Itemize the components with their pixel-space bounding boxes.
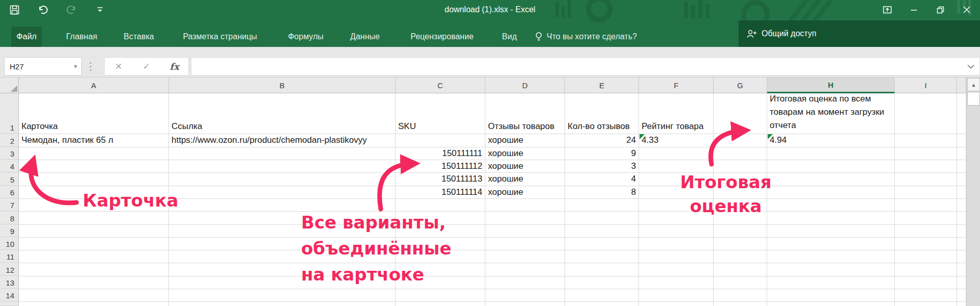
save-button[interactable] <box>0 0 29 19</box>
cell-E4[interactable]: 3 <box>565 160 639 172</box>
row-header-15[interactable] <box>0 301 19 306</box>
cell-H2[interactable]: 4.94 <box>767 134 895 147</box>
row-header-13[interactable]: 13 <box>0 276 19 289</box>
minimize-button[interactable] <box>900 0 927 19</box>
enter-entry-button[interactable]: ✓ <box>136 61 157 72</box>
row-header-11[interactable]: 11 <box>0 250 19 263</box>
formula-input[interactable] <box>191 57 980 75</box>
row-header-12[interactable]: 12 <box>0 263 19 276</box>
cell-C6[interactable]: 150111114 <box>396 186 485 198</box>
row-header-9[interactable]: 9 <box>0 224 19 237</box>
cell-F1[interactable]: Рейтинг товара <box>639 93 714 134</box>
cell-E3[interactable]: 9 <box>565 147 639 160</box>
row-header-8[interactable]: 8 <box>0 211 19 224</box>
gridline-horizontal <box>19 250 966 250</box>
row-header-5[interactable]: 5 <box>0 172 19 186</box>
cell-D1[interactable]: Отзывы товаров <box>485 93 565 134</box>
column-header-partial[interactable] <box>957 78 966 93</box>
cell-D3[interactable]: хорошие <box>485 147 565 160</box>
cell-D6[interactable]: хорошие <box>485 186 565 198</box>
ribbon-tab-4[interactable]: Формулы <box>283 27 329 47</box>
row-header-10[interactable]: 10 <box>0 237 19 250</box>
close-button[interactable] <box>953 0 980 19</box>
gridline-horizontal <box>19 237 966 238</box>
cell-C1[interactable]: SKU <box>396 93 485 134</box>
cell-D4[interactable]: хорошие <box>485 160 565 172</box>
cell-A1[interactable]: Карточка <box>19 93 169 134</box>
gridline-horizontal <box>19 198 966 199</box>
redo-icon <box>66 5 77 14</box>
name-box[interactable]: H27 ▾ <box>4 57 82 75</box>
restore-button[interactable] <box>927 0 953 19</box>
vertical-scrollbar[interactable]: ▲ <box>966 78 980 306</box>
cell-E5[interactable]: 4 <box>565 172 639 186</box>
gridline-horizontal <box>19 263 966 263</box>
gridline-horizontal <box>19 276 966 276</box>
window-title: download (1).xlsx - Excel <box>0 0 980 19</box>
ribbon-tab-2[interactable]: Вставка <box>118 27 159 47</box>
ribbon-tab-6[interactable]: Рецензирование <box>405 27 479 47</box>
name-box-caret-icon[interactable]: ▾ <box>74 63 77 70</box>
customize-quick-access-button[interactable] <box>86 0 114 19</box>
column-header-D[interactable]: D <box>485 78 565 93</box>
minimize-icon <box>911 7 917 13</box>
ribbon-tab-5[interactable]: Данные <box>345 27 385 47</box>
column-header-F[interactable]: F <box>639 78 714 93</box>
cell-E1[interactable]: Кол-во отзывов <box>565 93 639 134</box>
column-header-H[interactable]: H <box>767 78 895 93</box>
save-icon <box>10 5 19 15</box>
gridline-horizontal <box>19 224 966 225</box>
cell-B2[interactable]: https://www.ozon.ru/product/chemodan-pla… <box>169 134 396 147</box>
expand-formula-bar-icon[interactable] <box>967 64 974 69</box>
ribbon-tab-1[interactable]: Главная <box>61 27 103 47</box>
tell-me-box[interactable]: Что вы хотите сделать? <box>535 27 637 47</box>
cell-D2[interactable]: хорошие <box>485 134 565 147</box>
lightbulb-icon <box>535 32 543 42</box>
cell-C3[interactable]: 150111111 <box>396 147 485 160</box>
cell-F2[interactable]: 4.33 <box>639 134 714 147</box>
select-all-corner[interactable] <box>0 78 19 93</box>
cell-E6[interactable]: 8 <box>565 186 639 198</box>
cell-A2[interactable]: Чемодан, пластик 65 л <box>19 134 169 147</box>
insert-function-button[interactable]: fx <box>164 61 185 72</box>
tell-me-label: Что вы хотите сделать? <box>547 32 637 41</box>
formula-bar-separator <box>90 62 91 71</box>
ribbon-display-options-button[interactable] <box>874 0 900 19</box>
title-bar: download (1).xlsx - Excel <box>0 0 980 19</box>
caret-down-icon <box>97 7 103 13</box>
row-header-1[interactable]: 1 <box>0 93 19 134</box>
column-header-A[interactable]: A <box>19 78 169 93</box>
row-header-7[interactable]: 7 <box>0 198 19 211</box>
name-box-value: H27 <box>10 62 24 71</box>
undo-button[interactable] <box>29 0 57 19</box>
column-header-E[interactable]: E <box>565 78 639 93</box>
column-header-B[interactable]: B <box>169 78 396 93</box>
gridline-horizontal <box>19 289 966 289</box>
redo-button[interactable] <box>57 0 86 19</box>
cancel-entry-button[interactable]: ✕ <box>108 61 129 72</box>
ribbon-tab-3[interactable]: Разметка страницы <box>178 27 262 47</box>
worksheet-grid: ABCDEFGHI1234567891011121314КарточкаСсыл… <box>0 78 980 306</box>
cell-H1[interactable]: Итоговая оценка по всем товарам на момен… <box>767 93 895 134</box>
cell-C5[interactable]: 150111113 <box>396 172 485 186</box>
row-header-6[interactable]: 6 <box>0 186 19 198</box>
excel-window: download (1).xlsx - Excel <box>0 0 980 306</box>
scroll-up-button[interactable]: ▲ <box>967 78 980 91</box>
share-button[interactable]: Общий доступ <box>739 20 980 47</box>
cell-E2[interactable]: 24 <box>565 134 639 147</box>
cell-B1[interactable]: Ссылка <box>169 93 396 134</box>
column-header-C[interactable]: C <box>396 78 485 93</box>
column-header-G[interactable]: G <box>714 78 767 93</box>
share-label: Общий доступ <box>762 29 817 38</box>
row-header-14[interactable]: 14 <box>0 289 19 301</box>
row-header-4[interactable]: 4 <box>0 160 19 172</box>
title-and-ribbon-area: download (1).xlsx - Excel <box>0 0 980 47</box>
ribbon-tab-file[interactable]: Файл <box>11 27 41 47</box>
cell-C4[interactable]: 150111112 <box>396 160 485 172</box>
row-header-3[interactable]: 3 <box>0 147 19 160</box>
row-header-2[interactable]: 2 <box>0 134 19 147</box>
scrollbar-thumb[interactable] <box>967 92 980 106</box>
column-header-I[interactable]: I <box>895 78 957 93</box>
ribbon-tab-7[interactable]: Вид <box>497 27 522 47</box>
cell-D5[interactable]: хорошие <box>485 172 565 186</box>
